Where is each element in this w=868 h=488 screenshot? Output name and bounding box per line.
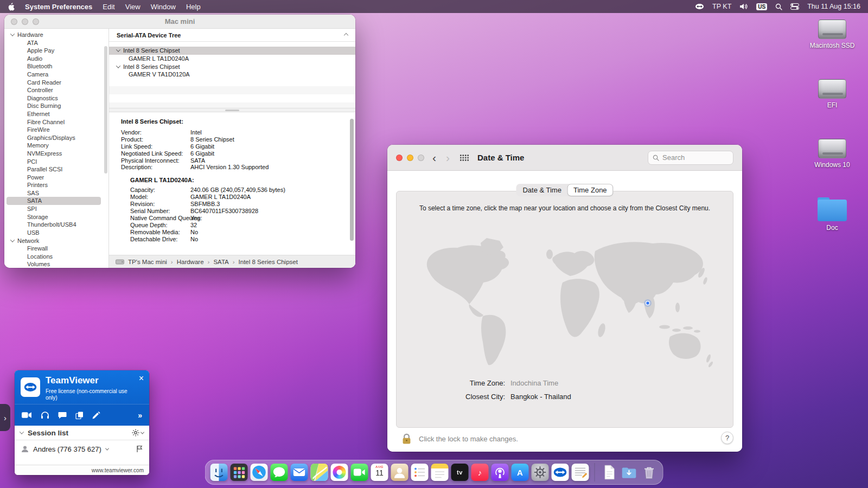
menu-edit[interactable]: Edit	[103, 3, 114, 11]
pane-splitter[interactable]	[109, 108, 355, 112]
menu-window[interactable]: Window	[151, 3, 176, 11]
sysinfo-titlebar[interactable]: Mac mini	[4, 15, 355, 29]
sidebar-item-camera[interactable]: Camera	[7, 70, 101, 79]
spotlight-icon[interactable]	[775, 3, 782, 10]
sidebar-item-controller[interactable]: Controller	[7, 86, 101, 94]
sidebar-item-firewall[interactable]: Firewall	[7, 245, 101, 253]
help-button[interactable]: ?	[721, 432, 733, 444]
sidebar-item-audio[interactable]: Audio	[7, 55, 101, 63]
device-tree-row[interactable]: GAMER L TA1D0240A	[109, 55, 355, 63]
sidebar-item-card-reader[interactable]: Card Reader	[7, 79, 101, 87]
dock-icon-calendar[interactable]: AUG11	[371, 464, 388, 481]
apple-menu[interactable]	[8, 3, 15, 11]
volume-icon[interactable]	[739, 3, 748, 10]
forward-icon[interactable]: ›	[444, 152, 451, 163]
dock-icon-messages[interactable]	[271, 464, 288, 481]
dock-icon-photos[interactable]	[331, 464, 348, 481]
whiteboard-icon[interactable]	[92, 412, 100, 419]
teamviewer-pull-tab[interactable]: ›	[0, 404, 10, 431]
chat-icon[interactable]	[58, 412, 67, 419]
tab-time-zone[interactable]: Time Zone	[567, 184, 613, 196]
sidebar-item-memory[interactable]: Memory	[7, 142, 101, 150]
active-app-name[interactable]: System Preferences	[25, 3, 92, 11]
device-tree-row[interactable]: GAMER V TA1D0120A	[109, 70, 355, 79]
sidebar-item-power[interactable]: Power	[7, 174, 101, 182]
closest-city-value[interactable]: Bangkok - Thailand	[510, 393, 571, 401]
dock-icon-maps[interactable]	[311, 464, 328, 481]
sidebar-item-graphics-displays[interactable]: Graphics/Displays	[7, 134, 101, 142]
show-all-grid-icon[interactable]	[460, 155, 469, 161]
dock-icon-facetime[interactable]	[351, 464, 368, 481]
input-source-badge[interactable]: US	[756, 3, 767, 10]
sidebar-item-disc-burning[interactable]: Disc Burning	[7, 102, 101, 110]
headset-icon[interactable]	[41, 412, 49, 419]
dock-icon-teamviewer[interactable]	[552, 464, 569, 481]
device-tree-row[interactable]: Intel 8 Series Chipset	[109, 62, 355, 70]
device-tree-header[interactable]: Serial-ATA Device Tree	[109, 29, 355, 42]
dock-icon-trash[interactable]	[641, 464, 658, 481]
teamviewer-url[interactable]: www.teamviewer.com	[92, 467, 144, 473]
lock-control[interactable]: Click the lock to make changes.	[401, 432, 518, 445]
dock-icon-safari[interactable]	[251, 464, 268, 481]
collapse-icon[interactable]	[344, 33, 348, 37]
sidebar-item-locations[interactable]: Locations	[7, 253, 101, 261]
menu-help[interactable]: Help	[186, 3, 201, 11]
dock-icon-contacts[interactable]	[391, 464, 409, 481]
minimize-button[interactable]	[407, 155, 413, 161]
close-button[interactable]	[11, 18, 17, 25]
sidebar-section-network[interactable]: Network	[4, 236, 108, 245]
close-icon[interactable]: ×	[139, 374, 144, 383]
sidebar-item-usb[interactable]: USB	[7, 229, 101, 237]
sidebar-item-parallel-scsi[interactable]: Parallel SCSI	[7, 165, 101, 174]
dock-icon-system-preferences[interactable]	[532, 464, 549, 481]
desktop-icon-doc[interactable]: Doc	[806, 198, 858, 232]
dock-icon-finder[interactable]	[210, 464, 228, 481]
close-button[interactable]	[396, 155, 403, 161]
sidebar-item-ata[interactable]: ATA	[7, 39, 101, 47]
device-tree-row[interactable]: Intel 8 Series Chipset	[109, 47, 355, 55]
sidebar-section-hardware[interactable]: Hardware	[4, 31, 108, 39]
video-call-icon[interactable]	[22, 412, 32, 419]
session-user-row[interactable]: Andres (776 375 627)	[15, 440, 149, 458]
chevron-down-icon[interactable]	[116, 48, 120, 52]
dock-icon-notes[interactable]	[431, 464, 449, 481]
sidebar-item-firewire[interactable]: FireWire	[7, 126, 101, 134]
dock-icon-music[interactable]: ♪	[471, 464, 489, 481]
teamviewer-status-icon[interactable]	[695, 3, 704, 10]
sidebar-item-spi[interactable]: SPI	[7, 205, 101, 213]
details-scrollbar[interactable]	[350, 119, 354, 241]
sidebar-item-bluetooth[interactable]: Bluetooth	[7, 62, 101, 70]
sidebar-item-apple-pay[interactable]: Apple Pay	[7, 47, 101, 55]
menu-view[interactable]: View	[125, 3, 141, 11]
sidebar-item-nvmexpress[interactable]: NVMExpress	[7, 150, 101, 158]
flag-icon[interactable]	[136, 445, 143, 453]
sidebar-item-ethernet[interactable]: Ethernet	[7, 110, 101, 118]
back-icon[interactable]: ‹	[431, 152, 438, 163]
zoom-button[interactable]	[33, 18, 39, 25]
sidebar-scrollbar[interactable]	[104, 46, 107, 174]
sidebar-item-fibre-channel[interactable]: Fibre Channel	[7, 118, 101, 126]
sidebar-item-sata[interactable]: SATA	[7, 197, 101, 205]
sidebar-item-sas[interactable]: SAS	[7, 189, 101, 197]
session-list-header[interactable]: Session list	[15, 426, 149, 440]
desktop-icon-efi[interactable]: EFI	[806, 79, 858, 109]
dock-icon-app-store[interactable]: A	[512, 464, 529, 481]
dock-icon-reminders[interactable]	[411, 464, 429, 481]
world-map[interactable]	[411, 229, 720, 369]
breadcrumb-item[interactable]: Intel 8 Series Chipset	[239, 259, 298, 265]
sidebar-item-thunderbolt-usb4[interactable]: Thunderbolt/USB4	[7, 221, 101, 229]
session-settings[interactable]	[132, 429, 144, 436]
dock-icon-podcasts[interactable]	[492, 464, 509, 481]
sidebar-item-pci[interactable]: PCI	[7, 158, 101, 166]
zoom-button[interactable]	[418, 155, 424, 161]
breadcrumb-item[interactable]: SATA	[213, 259, 228, 265]
status-text[interactable]: TP KT	[712, 3, 731, 10]
sidebar-item-volumes[interactable]: Volumes	[7, 260, 101, 268]
desktop-icon-windows-10[interactable]: Windows 10	[806, 139, 858, 169]
menu-bar-clock[interactable]: Thu 11 Aug 15:16	[807, 3, 860, 10]
search-input[interactable]: Search	[648, 151, 733, 165]
file-transfer-icon[interactable]	[75, 412, 84, 419]
dock-icon-downloads[interactable]	[621, 464, 638, 481]
breadcrumb-item[interactable]: TP's Mac mini	[128, 259, 167, 265]
control-center-icon[interactable]	[790, 3, 799, 10]
